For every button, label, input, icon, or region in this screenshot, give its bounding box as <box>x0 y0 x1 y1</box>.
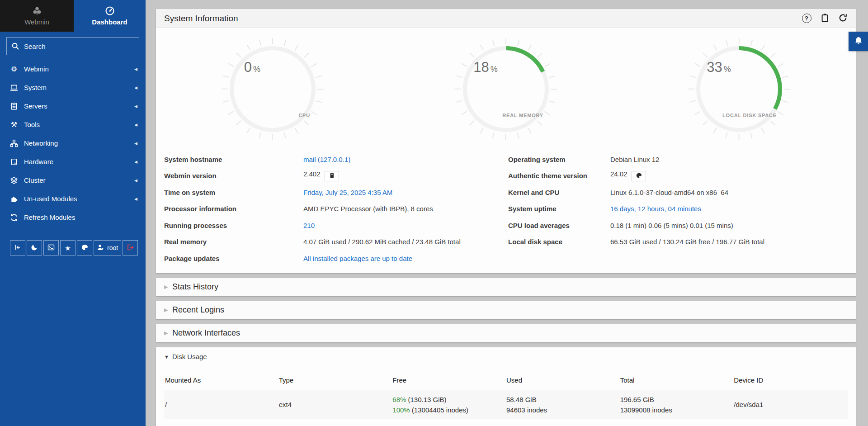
user-button[interactable]: root <box>94 240 121 256</box>
laptop-icon <box>10 84 18 92</box>
sidebar-item-networking[interactable]: Networking ◀ <box>0 134 146 152</box>
disk-usage-panel-header[interactable]: ▼ Disk Usage <box>156 347 856 366</box>
terminal-icon <box>47 244 55 252</box>
info-label: Time on system <box>164 189 303 196</box>
kernel-cpu-value: Linux 6.1.0-37-cloud-amd64 on x86_64 <box>610 189 848 196</box>
tab-dashboard-label: Dashboard <box>92 18 127 26</box>
night-mode-button[interactable] <box>27 240 42 256</box>
info-label: Kernel and CPU <box>508 189 610 196</box>
sidebar-item-label: Cluster <box>24 176 46 184</box>
processor-info-value: AMD EPYC Processor (with IBPB), 8 cores <box>303 205 508 213</box>
sidebar-item-servers[interactable]: Servers ◀ <box>0 97 146 115</box>
gauges-row: 0% CPU 18% REAL MEMORY 33% <box>156 28 856 141</box>
chevron-left-icon: ◀ <box>134 67 137 71</box>
sidebar-item-label: Tools <box>24 121 40 128</box>
sidebar-item-cluster[interactable]: Cluster ◀ <box>0 171 146 189</box>
user-gear-icon <box>97 244 104 252</box>
moon-icon <box>31 244 38 252</box>
notifications-button[interactable] <box>849 32 868 51</box>
time-on-system-link[interactable]: Friday, July 25, 2025 4:35 AM <box>303 189 392 196</box>
package-updates-link[interactable]: All installed packages are up to date <box>303 255 412 262</box>
refresh-icon <box>10 213 18 222</box>
system-info-table: System hostname mail (127.0.0.1) Webmin … <box>156 141 856 273</box>
main-content: System Information ? <box>156 0 856 426</box>
local-disk-value: 66.53 GiB used / 130.24 GiB free / 196.7… <box>610 238 848 246</box>
sidebar-item-label: Refresh Modules <box>24 213 75 221</box>
layers-icon <box>10 176 18 185</box>
sidebar-item-label: Servers <box>24 102 47 110</box>
help-button[interactable]: ? <box>802 14 811 24</box>
cell-total: 196.65 GiB 13099008 inodes <box>620 394 734 415</box>
chevron-right-icon: ▶ <box>164 307 172 313</box>
sidebar-search <box>6 37 139 55</box>
panel-header-icons: ? <box>802 14 848 24</box>
page-title: System Information <box>164 14 238 24</box>
cell-device-id: /dev/sda1 <box>734 399 848 410</box>
local-disk-space-gauge-value: 33% <box>707 59 731 76</box>
clipboard-button[interactable] <box>820 14 830 24</box>
cell-type: ext4 <box>279 399 393 410</box>
info-label: Package updates <box>164 255 303 262</box>
network-interfaces-panel-header[interactable]: ▶ Network Interfaces <box>156 324 856 342</box>
sidebar-item-system[interactable]: System ◀ <box>0 78 146 97</box>
search-input[interactable] <box>6 37 139 55</box>
theme-version-value: 24.02 <box>610 170 848 181</box>
sidebar-tabs: Webmin Dashboard <box>0 0 146 32</box>
help-icon: ? <box>802 14 811 23</box>
cell-mounted-as: / <box>165 399 279 410</box>
system-information-panel: System Information ? <box>156 9 856 273</box>
tab-webmin-label: Webmin <box>24 18 49 26</box>
refresh-button[interactable] <box>838 14 848 24</box>
info-label: CPU load averages <box>508 222 610 229</box>
info-label: Running processes <box>164 222 303 229</box>
favorites-button[interactable]: ★ <box>60 240 75 256</box>
sidebar-item-refresh-modules[interactable]: Refresh Modules <box>0 208 146 227</box>
sidebar-item-tools[interactable]: ⚒ Tools ◀ <box>0 115 146 134</box>
running-processes-link[interactable]: 210 <box>303 222 315 229</box>
tab-webmin[interactable]: Webmin <box>0 0 74 32</box>
col-header-free: Free <box>392 376 506 384</box>
local-disk-space-gauge: 33% LOCAL DISK SPACE <box>689 39 789 139</box>
logout-button[interactable] <box>123 240 138 256</box>
col-header-mounted-as: Mounted As <box>165 376 279 384</box>
disk-usage-panel: ▼ Disk Usage Mounted As Type Free Used T… <box>156 347 856 426</box>
sidebar-item-label: Networking <box>24 139 58 147</box>
clipboard-icon <box>820 13 830 24</box>
changelog-button[interactable] <box>325 171 339 181</box>
col-header-type: Type <box>279 376 393 384</box>
sidebar-item-hardware[interactable]: Hardware ◀ <box>0 152 146 171</box>
theme-changelog-button[interactable] <box>632 171 646 181</box>
logout-icon <box>127 244 134 252</box>
stats-history-panel-header[interactable]: ▶ Stats History <box>156 278 856 296</box>
info-label: Webmin version <box>164 172 303 180</box>
sidebar-footer: ★ root <box>0 240 146 256</box>
theme-palette-button[interactable] <box>77 240 92 256</box>
info-label: System hostname <box>164 156 303 163</box>
system-uptime-link[interactable]: 16 days, 12 hours, 04 minutes <box>610 205 701 213</box>
terminal-button[interactable] <box>43 240 59 256</box>
gauge-icon <box>105 6 115 16</box>
col-header-device-id: Device ID <box>734 376 848 384</box>
palette-icon <box>81 244 88 252</box>
chevron-left-icon: ◀ <box>134 178 137 183</box>
search-icon <box>11 42 19 50</box>
cell-used: 58.48 GiB 94603 inodes <box>506 394 620 415</box>
sidebar-item-unused-modules[interactable]: Un-used Modules ◀ <box>0 189 146 208</box>
info-label: System uptime <box>508 205 610 213</box>
col-header-used: Used <box>506 376 620 384</box>
chevron-right-icon: ▶ <box>164 330 172 336</box>
tab-dashboard[interactable]: Dashboard <box>74 0 146 32</box>
tools-icon: ⚒ <box>10 121 18 129</box>
cpu-gauge-label: CPU <box>298 113 310 118</box>
chevron-left-icon: ◀ <box>134 160 137 164</box>
real-memory-gauge-value: 18% <box>473 59 498 76</box>
chevron-down-icon: ▼ <box>164 354 172 360</box>
local-disk-space-gauge-label: LOCAL DISK SPACE <box>722 113 777 118</box>
collapse-sidebar-button[interactable] <box>10 240 25 256</box>
recent-logins-panel-header[interactable]: ▶ Recent Logins <box>156 301 856 319</box>
info-label: Real memory <box>164 238 303 246</box>
network-icon <box>10 139 18 147</box>
sidebar-item-webmin[interactable]: ⚙ Webmin ◀ <box>0 60 146 78</box>
disk-table-header: Mounted As Type Free Used Total Device I… <box>164 376 848 390</box>
hostname-link[interactable]: mail (127.0.0.1) <box>303 156 350 163</box>
